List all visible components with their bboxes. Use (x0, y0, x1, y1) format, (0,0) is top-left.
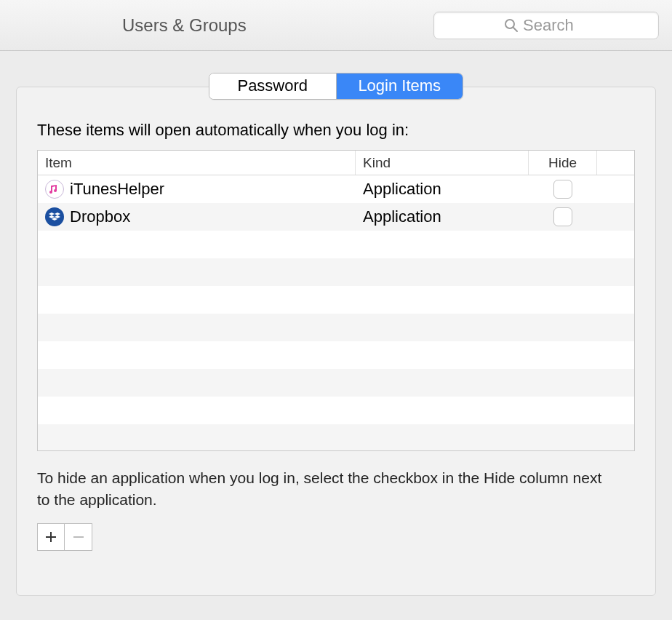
search-field[interactable] (433, 12, 659, 39)
login-items-table: Item Kind Hide iTunesHelper Application (37, 150, 635, 451)
item-name: Dropbox (70, 207, 130, 226)
search-icon (504, 18, 519, 33)
item-kind: Application (356, 180, 529, 199)
tab-login-items[interactable]: Login Items (336, 73, 463, 99)
table-row-empty: . (38, 397, 634, 424)
table-row-empty: . (38, 258, 634, 286)
item-name: iTunesHelper (70, 180, 164, 199)
column-header-hide[interactable]: Hide (529, 151, 597, 175)
window-title: Users & Groups (122, 15, 247, 36)
table-row[interactable]: Dropbox Application (38, 203, 634, 231)
tab-password[interactable]: Password (209, 73, 336, 99)
table-row-empty: . (38, 286, 634, 314)
svg-line-1 (513, 28, 517, 31)
table-row-empty: . (38, 314, 634, 341)
table-row-empty: . (38, 341, 634, 369)
search-input[interactable] (523, 16, 588, 35)
table-row-empty: . (38, 424, 634, 450)
hide-checkbox[interactable] (553, 207, 572, 226)
remove-button[interactable] (65, 523, 92, 551)
column-header-spacer (597, 151, 634, 175)
table-row-empty: . (38, 369, 634, 397)
add-button[interactable] (37, 523, 65, 551)
itunes-icon (45, 180, 64, 199)
tabs: Password Login Items (209, 73, 463, 100)
column-header-item[interactable]: Item (38, 151, 356, 175)
panel-description: These items will open automatically when… (37, 121, 635, 140)
item-kind: Application (356, 207, 529, 226)
svg-point-0 (505, 20, 514, 28)
add-remove-buttons (37, 523, 635, 551)
table-row[interactable]: iTunesHelper Application (38, 175, 634, 203)
table-body: iTunesHelper Application Dropbox Applica… (38, 175, 634, 450)
dropbox-icon (45, 207, 64, 226)
table-row-empty: . (38, 231, 634, 258)
minus-icon (73, 531, 84, 543)
plus-icon (45, 531, 57, 543)
column-header-kind[interactable]: Kind (356, 151, 529, 175)
login-items-panel: These items will open automatically when… (16, 87, 656, 596)
table-header: Item Kind Hide (38, 151, 634, 175)
toolbar: Users & Groups (0, 0, 672, 51)
hint-text: To hide an application when you log in, … (37, 467, 604, 512)
hide-checkbox[interactable] (553, 180, 572, 199)
